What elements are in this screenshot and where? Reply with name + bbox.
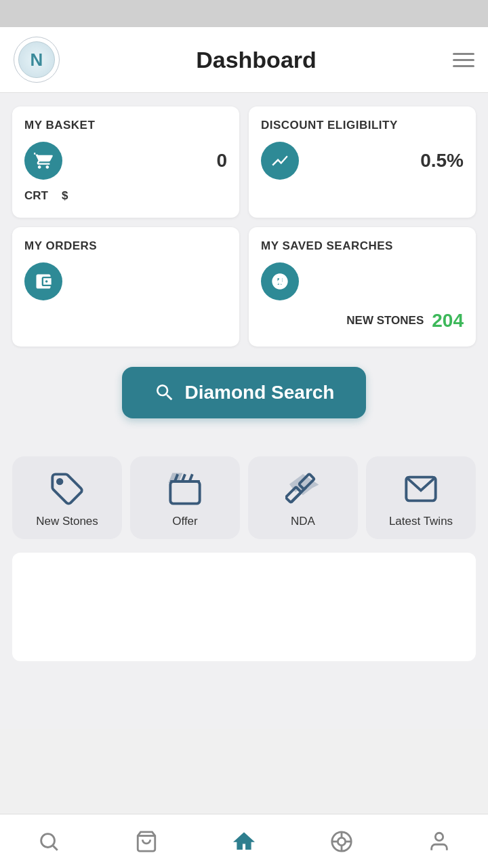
nav-delivery[interactable] bbox=[319, 825, 364, 859]
delivery-nav-icon bbox=[330, 830, 353, 853]
cart-nav-icon bbox=[135, 830, 158, 853]
latest-twins-label: Latest Twins bbox=[389, 515, 453, 528]
svg-rect-3 bbox=[170, 481, 199, 504]
dollar-label: $ bbox=[62, 189, 68, 203]
nav-search[interactable] bbox=[26, 825, 71, 859]
basket-count: 0 bbox=[216, 150, 227, 172]
saved-search-icon-circle bbox=[261, 262, 299, 300]
my-basket-card[interactable]: MY BASKET 0 CRT $ bbox=[12, 106, 239, 218]
discount-eligibility-card[interactable]: DISCOUNT ELIGIBILITY 0.5% bbox=[249, 106, 476, 218]
diamond-search-button[interactable]: Diamond Search bbox=[122, 367, 366, 418]
saved-search-icon bbox=[270, 272, 289, 291]
my-orders-title: MY ORDERS bbox=[24, 239, 227, 253]
app-logo[interactable]: N bbox=[14, 37, 60, 83]
wallet-icon bbox=[34, 272, 53, 291]
nav-home[interactable] bbox=[222, 825, 266, 859]
home-nav-icon bbox=[232, 830, 256, 853]
status-bar bbox=[0, 0, 488, 27]
profile-nav-icon bbox=[428, 830, 451, 853]
svg-point-17 bbox=[338, 837, 345, 845]
nda-label: NDA bbox=[291, 515, 315, 528]
search-icon bbox=[154, 382, 176, 403]
svg-line-14 bbox=[53, 846, 57, 850]
nav-cart[interactable] bbox=[124, 825, 169, 859]
my-orders-card[interactable]: MY ORDERS bbox=[12, 227, 239, 347]
svg-point-22 bbox=[435, 833, 443, 840]
new-stones-label: NEW STONES bbox=[346, 314, 424, 328]
cards-grid: MY BASKET 0 CRT $ DISCOUNT ELIGIBILITY bbox=[12, 106, 476, 347]
gavel-icon bbox=[285, 471, 321, 507]
offer-action[interactable]: Offer bbox=[130, 456, 240, 539]
svg-point-13 bbox=[41, 833, 55, 847]
quick-actions-grid: New Stones Offer NDA bbox=[12, 456, 476, 539]
svg-rect-11 bbox=[285, 487, 301, 502]
basket-icon-circle bbox=[24, 142, 62, 180]
tag-icon bbox=[49, 471, 85, 507]
my-saved-searches-card[interactable]: MY SAVED SEARCHES NEW STONES 204 bbox=[249, 227, 476, 347]
nav-profile[interactable] bbox=[417, 825, 462, 859]
new-stones-action[interactable]: New Stones bbox=[12, 456, 122, 539]
page-title: Dashboard bbox=[196, 47, 317, 73]
saved-searches-title: MY SAVED SEARCHES bbox=[261, 239, 464, 253]
new-stones-label: New Stones bbox=[36, 515, 98, 528]
offer-label: Offer bbox=[172, 515, 197, 528]
discount-icon-circle bbox=[261, 142, 299, 180]
content-area bbox=[12, 553, 476, 661]
discount-title: DISCOUNT ELIGIBILITY bbox=[261, 119, 464, 132]
diamond-search-label: Diamond Search bbox=[185, 382, 335, 403]
svg-marker-8 bbox=[170, 474, 180, 481]
menu-button[interactable] bbox=[453, 53, 474, 67]
crt-label: CRT bbox=[24, 189, 48, 203]
bottom-navigation bbox=[0, 814, 488, 868]
latest-twins-action[interactable]: Latest Twins bbox=[366, 456, 476, 539]
my-basket-title: MY BASKET bbox=[24, 119, 227, 132]
svg-point-2 bbox=[58, 479, 62, 484]
main-content: MY BASKET 0 CRT $ DISCOUNT ELIGIBILITY bbox=[0, 93, 488, 729]
clapper-icon bbox=[167, 471, 203, 507]
logo-letter: N bbox=[30, 50, 43, 71]
orders-icon-circle bbox=[24, 262, 62, 300]
mail-icon bbox=[403, 471, 439, 507]
nda-action[interactable]: NDA bbox=[248, 456, 358, 539]
new-stones-count: 204 bbox=[432, 310, 464, 332]
trend-icon bbox=[270, 151, 289, 170]
header: N Dashboard bbox=[0, 27, 488, 93]
search-nav-icon bbox=[37, 830, 60, 853]
discount-value: 0.5% bbox=[420, 150, 464, 172]
cart-icon bbox=[34, 151, 53, 170]
